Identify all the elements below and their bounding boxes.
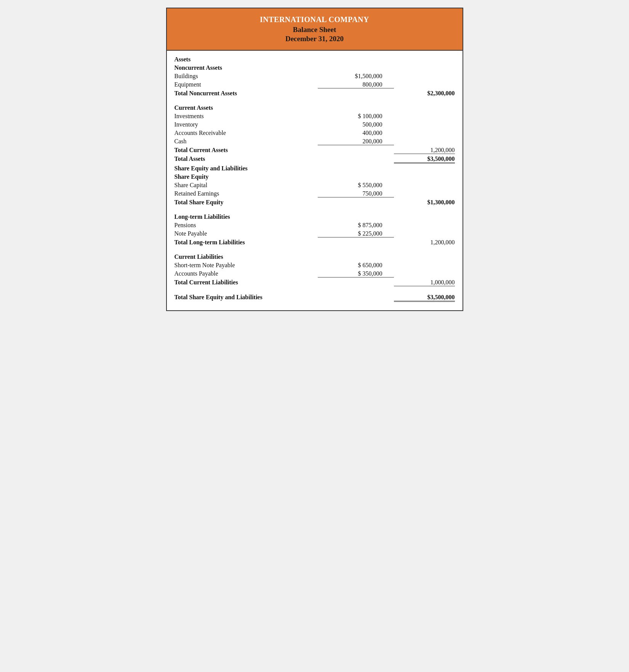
total-noncurrent-value: $2,300,000: [394, 90, 455, 97]
accounts-payable-value: $ 350,000: [318, 270, 394, 277]
total-assets-row: Total Assets $3,500,000: [174, 155, 455, 164]
total-longterm-row: Total Long-term Liabilities 1,200,000: [174, 238, 455, 247]
buildings-value: $1,500,000: [318, 73, 394, 80]
short-term-note-label: Short-term Note Payable: [174, 262, 318, 269]
investments-value: $ 100,000: [318, 113, 394, 120]
investments-row: Investments $ 100,000: [174, 112, 455, 120]
equipment-label: Equipment: [174, 81, 318, 88]
inventory-row: Inventory 500,000: [174, 120, 455, 129]
share-equity-heading-row: Share Equity: [174, 173, 455, 181]
retained-earnings-row: Retained Earnings 750,000: [174, 189, 455, 198]
inventory-value: 500,000: [318, 121, 394, 128]
share-capital-label: Share Capital: [174, 182, 318, 189]
total-noncurrent-row: Total Noncurrent Assets $2,300,000: [174, 89, 455, 98]
share-capital-value: $ 550,000: [318, 182, 394, 189]
pensions-label: Pensions: [174, 222, 318, 229]
current-assets-label: Current Assets: [174, 104, 318, 111]
total-current-assets-label: Total Current Assets: [174, 147, 318, 154]
pensions-value: $ 875,000: [318, 222, 394, 229]
accounts-payable-row: Accounts Payable $ 350,000: [174, 269, 455, 278]
total-assets-label: Total Assets: [174, 156, 318, 162]
buildings-label: Buildings: [174, 73, 318, 80]
accounts-receivable-value: 400,000: [318, 130, 394, 136]
note-payable-label: Note Payable: [174, 230, 318, 237]
cash-value: 200,000: [318, 138, 394, 145]
short-term-note-row: Short-term Note Payable $ 650,000: [174, 261, 455, 269]
header: INTERNATIONAL COMPANY Balance Sheet Dece…: [167, 8, 463, 51]
total-current-liabilities-row: Total Current Liabilities 1,000,000: [174, 278, 455, 287]
investments-label: Investments: [174, 113, 318, 120]
current-liabilities-heading-row: Current Liabilities: [174, 253, 455, 261]
total-current-assets-value: 1,200,000: [394, 147, 455, 154]
noncurrent-assets-label: Noncurrent Assets: [174, 64, 318, 71]
total-longterm-value: 1,200,000: [394, 239, 455, 246]
total-share-equity-value: $1,300,000: [394, 199, 455, 206]
assets-label: Assets: [174, 56, 318, 63]
accounts-payable-label: Accounts Payable: [174, 270, 318, 277]
sheet-date: December 31, 2020: [171, 35, 459, 43]
total-share-equity-row: Total Share Equity $1,300,000: [174, 198, 455, 207]
total-current-liabilities-label: Total Current Liabilities: [174, 279, 318, 286]
equipment-row: Equipment 800,000: [174, 80, 455, 89]
note-payable-value: $ 225,000: [318, 230, 394, 237]
share-capital-row: Share Capital $ 550,000: [174, 181, 455, 189]
current-liabilities-label: Current Liabilities: [174, 253, 318, 260]
total-assets-value: $3,500,000: [394, 156, 455, 164]
buildings-row: Buildings $1,500,000: [174, 72, 455, 80]
accounts-receivable-label: Accounts Receivable: [174, 130, 318, 136]
sheet-body: Assets Noncurrent Assets Buildings $1,50…: [167, 51, 463, 310]
noncurrent-assets-heading-row: Noncurrent Assets: [174, 64, 455, 72]
total-current-assets-row: Total Current Assets 1,200,000: [174, 146, 455, 155]
accounts-receivable-row: Accounts Receivable 400,000: [174, 129, 455, 137]
pensions-row: Pensions $ 875,000: [174, 221, 455, 229]
cash-label: Cash: [174, 138, 318, 145]
total-current-liabilities-value: 1,000,000: [394, 279, 455, 286]
balance-sheet: INTERNATIONAL COMPANY Balance Sheet Dece…: [166, 8, 463, 311]
total-noncurrent-label: Total Noncurrent Assets: [174, 90, 318, 97]
total-equity-liabilities-label: Total Share Equity and Liabilities: [174, 294, 318, 301]
assets-heading-row: Assets: [174, 55, 455, 64]
cash-row: Cash 200,000: [174, 137, 455, 146]
company-name: INTERNATIONAL COMPANY: [171, 15, 459, 24]
note-payable-row: Note Payable $ 225,000: [174, 229, 455, 238]
sheet-title: Balance Sheet: [171, 26, 459, 34]
share-equity-liabilities-label: Share Equity and Liabilities: [174, 165, 318, 172]
longterm-liabilities-label: Long-term Liabilities: [174, 213, 318, 220]
current-assets-heading-row: Current Assets: [174, 104, 455, 112]
total-equity-liabilities-value: $3,500,000: [394, 294, 455, 302]
share-equity-liabilities-heading-row: Share Equity and Liabilities: [174, 164, 455, 173]
share-equity-label: Share Equity: [174, 173, 318, 180]
retained-earnings-value: 750,000: [318, 190, 394, 197]
retained-earnings-label: Retained Earnings: [174, 190, 318, 197]
total-longterm-label: Total Long-term Liabilities: [174, 239, 318, 246]
short-term-note-value: $ 650,000: [318, 262, 394, 269]
inventory-label: Inventory: [174, 121, 318, 128]
total-share-equity-label: Total Share Equity: [174, 199, 318, 206]
longterm-liabilities-heading-row: Long-term Liabilities: [174, 213, 455, 221]
total-equity-liabilities-row: Total Share Equity and Liabilities $3,50…: [174, 293, 455, 303]
equipment-value: 800,000: [318, 81, 394, 88]
